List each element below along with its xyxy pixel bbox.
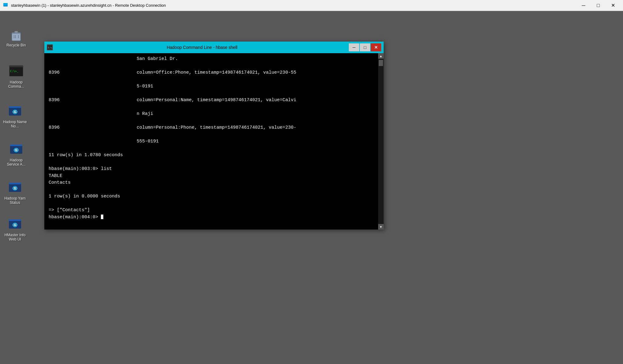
svg-text:IE: IE <box>15 149 18 152</box>
terminal-scrollbar[interactable]: ▲ ▼ <box>378 53 384 230</box>
svg-rect-7 <box>9 65 23 67</box>
svg-text:C:\: C:\ <box>48 46 52 49</box>
rdp-close-button[interactable]: ✕ <box>606 1 620 10</box>
svg-rect-4 <box>15 31 18 32</box>
hadoop-yarn-label: Hadoop Yarn Status <box>2 196 28 205</box>
terminal-content-wrapper[interactable]: San Gabriel Dr. 8396 column=Office:Phone… <box>44 53 384 230</box>
terminal-output: San Gabriel Dr. 8396 column=Office:Phone… <box>49 56 377 221</box>
hadoop-service-icon-img: IE <box>9 142 24 157</box>
rdp-titlebar: stanleyhbasewin (1) - stanleyhbasewin.az… <box>0 0 623 11</box>
svg-text:IE: IE <box>14 187 17 190</box>
rdp-maximize-button[interactable]: □ <box>591 1 605 10</box>
recycle-bin-icon <box>9 27 24 42</box>
hadoop-service-label: Hadoop Service A... <box>4 158 29 167</box>
hmaster-label: HMaster Info Web UI <box>2 233 28 242</box>
svg-rect-25 <box>9 219 21 221</box>
terminal-window-controls: ─ □ ✕ <box>349 43 381 51</box>
desktop-icon-hmaster[interactable]: IE HMaster Info Web UI <box>1 216 29 243</box>
terminal-maximize-button[interactable]: □ <box>360 43 370 51</box>
hadoop-cmd-label: Hadoop Comma... <box>4 80 29 89</box>
recycle-bin-label: Recycle Bin <box>6 43 26 47</box>
svg-rect-10 <box>9 106 21 108</box>
terminal-window: C:\ Hadoop Command Line - hbase shell ─ … <box>44 42 384 230</box>
hmaster-icon-img: IE <box>8 217 22 232</box>
desktop-icon-hadoop-service[interactable]: IE Hadoop Service A... <box>2 141 30 168</box>
svg-text:C:\>_: C:\>_ <box>10 70 19 73</box>
rdp-minimize-button[interactable]: ─ <box>577 1 591 10</box>
rdp-window-controls: ─ □ ✕ <box>577 1 620 10</box>
scrollbar-thumb[interactable] <box>379 60 383 66</box>
desktop: Recycle Bin C:\>_ Hadoop Comma... IE Had… <box>0 11 623 364</box>
terminal-title-text: Hadoop Command Line - hbase shell <box>55 45 349 50</box>
desktop-icon-hadoop-cmd[interactable]: C:\>_ Hadoop Comma... <box>2 63 30 90</box>
scrollbar-up-button[interactable]: ▲ <box>378 53 384 59</box>
rdp-title-text: stanleyhbasewin (1) - stanleyhbasewin.az… <box>11 3 577 8</box>
svg-rect-15 <box>10 145 22 146</box>
terminal-close-button[interactable]: ✕ <box>371 43 381 51</box>
rdp-titlebar-icon <box>3 3 9 8</box>
terminal-titlebar: C:\ Hadoop Command Line - hbase shell ─ … <box>44 42 384 53</box>
desktop-icon-recycle-bin[interactable]: Recycle Bin <box>2 26 30 49</box>
scrollbar-down-button[interactable]: ▼ <box>378 224 384 230</box>
terminal-icon: C:\ <box>47 44 53 50</box>
hadoop-name-icon-img: IE <box>8 104 22 119</box>
svg-text:IE: IE <box>14 223 17 227</box>
svg-rect-20 <box>9 183 21 184</box>
desktop-icon-hadoop-yarn[interactable]: IE Hadoop Yarn Status <box>1 179 29 206</box>
scrollbar-track <box>378 59 384 230</box>
hadoop-yarn-icon-img: IE <box>8 180 22 195</box>
svg-rect-1 <box>3 3 8 6</box>
svg-rect-5 <box>12 33 20 41</box>
hadoop-name-label: Hadoop Name No... <box>2 120 28 129</box>
terminal-minimize-button[interactable]: ─ <box>349 43 359 51</box>
terminal-content[interactable]: San Gabriel Dr. 8396 column=Office:Phone… <box>44 53 384 230</box>
hadoop-cmd-icon-img: C:\>_ <box>9 64 24 79</box>
desktop-icon-hadoop-name[interactable]: IE Hadoop Name No... <box>1 103 29 130</box>
